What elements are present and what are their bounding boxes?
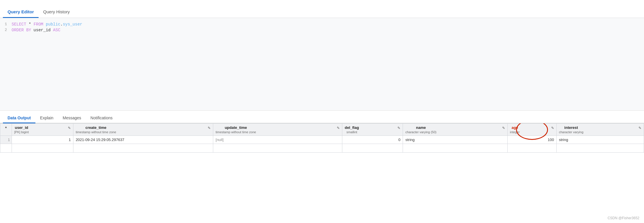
column-header-row_num[interactable]: ▲ bbox=[0, 124, 12, 136]
tab-notifications[interactable]: Notifications bbox=[86, 113, 117, 123]
query-editor-area[interactable]: 1SELECT * FROM public.sys_user2ORDER BY … bbox=[0, 18, 644, 111]
editor-line: 2ORDER BY user_id ASC bbox=[0, 27, 644, 33]
col-type: timestamp without time zone bbox=[76, 130, 116, 134]
cell-age: 100 bbox=[507, 136, 556, 144]
edit-icon[interactable]: ✎ bbox=[208, 126, 211, 130]
empty-row bbox=[0, 144, 644, 153]
column-header-name[interactable]: namecharacter varying (50)✎ bbox=[403, 124, 507, 136]
cell-update_time: [null] bbox=[213, 136, 342, 144]
col-type: character varying bbox=[559, 130, 583, 134]
col-name: name bbox=[405, 125, 436, 130]
cell-name: string bbox=[403, 136, 507, 144]
tab-messages[interactable]: Messages bbox=[58, 113, 86, 123]
edit-icon[interactable]: ✎ bbox=[638, 126, 641, 130]
sort-icon: ▲ bbox=[5, 125, 8, 129]
bottom-tab-bar: Data Output Explain Messages Notificatio… bbox=[0, 111, 644, 123]
col-type: character varying (50) bbox=[405, 130, 436, 134]
tab-data-output[interactable]: Data Output bbox=[3, 113, 35, 123]
editor-line: 1SELECT * FROM public.sys_user bbox=[0, 21, 644, 27]
column-header-create_time[interactable]: create_timetimestamp without time zone✎ bbox=[73, 124, 213, 136]
table-row: 112021-09-24 15:29:05.297637[null]0strin… bbox=[0, 136, 644, 144]
col-name: del_flag bbox=[345, 125, 359, 130]
col-name: user_id bbox=[14, 125, 29, 130]
tab-query-editor[interactable]: Query Editor bbox=[3, 6, 39, 18]
row-number-cell: 1 bbox=[0, 136, 12, 144]
edit-icon[interactable]: ✎ bbox=[502, 126, 505, 130]
cell-user_id: 1 bbox=[12, 136, 73, 144]
col-type: integer bbox=[510, 130, 520, 134]
column-header-del_flag[interactable]: del_flagsmallint✎ bbox=[342, 124, 403, 136]
col-name: update_time bbox=[216, 125, 256, 130]
edit-icon[interactable]: ✎ bbox=[551, 126, 554, 130]
col-type: smallint bbox=[345, 130, 359, 134]
tab-explain[interactable]: Explain bbox=[35, 113, 58, 123]
cell-interest: string bbox=[556, 136, 644, 144]
cell-create_time: 2021-09-24 15:29:05.297637 bbox=[73, 136, 213, 144]
line-content: ORDER BY user_id ASC bbox=[12, 28, 644, 32]
top-tab-bar: Query Editor Query History bbox=[0, 0, 644, 18]
col-name: interest bbox=[559, 125, 583, 130]
edit-icon[interactable]: ✎ bbox=[337, 126, 340, 130]
edit-icon[interactable]: ✎ bbox=[68, 126, 71, 130]
data-table-wrapper: ▲user_id[PK] bigint✎create_timetimestamp… bbox=[0, 123, 644, 153]
column-header-interest[interactable]: interestcharacter varying✎ bbox=[556, 124, 644, 136]
col-name: create_time bbox=[76, 125, 116, 130]
edit-icon[interactable]: ✎ bbox=[397, 126, 400, 130]
cell-del_flag: 0 bbox=[342, 136, 403, 144]
line-number: 2 bbox=[0, 28, 12, 32]
tab-query-history[interactable]: Query History bbox=[39, 6, 75, 18]
line-number: 1 bbox=[0, 22, 12, 26]
col-type: [PK] bigint bbox=[14, 130, 29, 134]
column-header-age[interactable]: ageinteger✎ bbox=[507, 124, 556, 136]
col-type: timestamp without time zone bbox=[216, 130, 256, 134]
col-name: age bbox=[510, 125, 520, 130]
column-header-user_id[interactable]: user_id[PK] bigint✎ bbox=[12, 124, 73, 136]
column-header-update_time[interactable]: update_timetimestamp without time zone✎ bbox=[213, 124, 342, 136]
data-output-table: ▲user_id[PK] bigint✎create_timetimestamp… bbox=[0, 123, 644, 153]
line-content: SELECT * FROM public.sys_user bbox=[12, 22, 644, 27]
watermark: CSDN @Fisher3652 bbox=[607, 216, 639, 220]
